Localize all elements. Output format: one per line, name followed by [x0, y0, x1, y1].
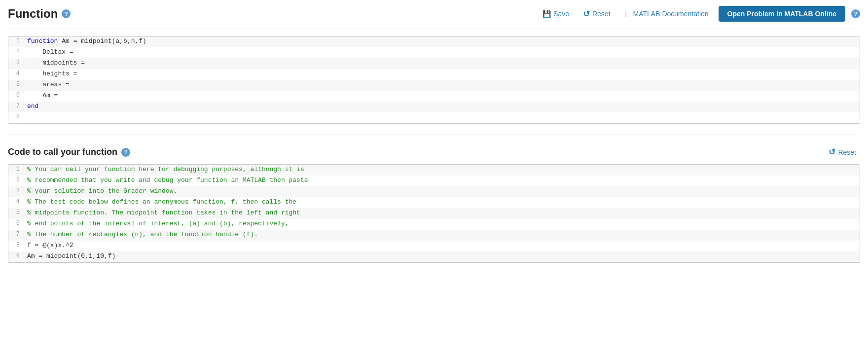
- page-title: Function: [8, 7, 58, 21]
- line-content: % end points of the interval of interest…: [24, 219, 292, 228]
- table-row: 6 Am =: [8, 91, 860, 102]
- section-divider: [8, 135, 860, 135]
- call-code-editor[interactable]: 1% You can call your function here for d…: [8, 164, 860, 263]
- line-number: 4: [8, 69, 24, 78]
- call-section-header: Code to call your function ? ↺ Reset: [8, 145, 860, 159]
- function-code-editor[interactable]: 1function Am = midpoint(a,b,n,f)2 Deltax…: [8, 36, 860, 124]
- table-row: 2 Deltax =: [8, 47, 860, 58]
- call-section-reset-button[interactable]: ↺ Reset: [825, 145, 860, 159]
- table-row: 4 heights =: [8, 69, 860, 80]
- line-number: 9: [8, 251, 24, 260]
- call-reset-label: Reset: [838, 148, 856, 156]
- save-icon: 💾: [542, 10, 551, 18]
- line-content: function Am = midpoint(a,b,n,f): [24, 36, 149, 46]
- line-number: 7: [8, 102, 24, 110]
- table-row: 7end: [8, 102, 860, 112]
- line-number: 5: [8, 208, 24, 217]
- line-number: 7: [8, 230, 24, 239]
- line-number: 6: [8, 219, 24, 228]
- line-number: 2: [8, 47, 24, 56]
- line-content: end: [24, 102, 41, 111]
- line-number: 6: [8, 91, 24, 100]
- function-section: 1function Am = midpoint(a,b,n,f)2 Deltax…: [8, 36, 860, 124]
- docs-label: MATLAB Documentation: [633, 10, 709, 18]
- table-row: 6% end points of the interval of interes…: [8, 219, 860, 230]
- line-content: [24, 112, 30, 114]
- call-section: Code to call your function ? ↺ Reset 1% …: [8, 145, 860, 263]
- table-row: 3% your solution into the Grader window.: [8, 186, 860, 197]
- table-row: 8: [8, 112, 860, 123]
- save-button[interactable]: 💾 Save: [539, 8, 573, 20]
- line-number: 8: [8, 112, 24, 121]
- table-row: 8f = @(x)x.^2: [8, 241, 860, 251]
- line-number: 1: [8, 165, 24, 174]
- table-row: 2% recommended that you write and debug …: [8, 176, 860, 186]
- line-content: % midpoints function. The midpoint funct…: [24, 208, 303, 217]
- table-row: 5% midpoints function. The midpoint func…: [8, 208, 860, 219]
- table-row: 1% You can call your function here for d…: [8, 165, 860, 176]
- reset-button[interactable]: ↺ Reset: [579, 7, 615, 21]
- table-row: 7% the number of rectangles (n), and the…: [8, 230, 860, 241]
- save-label: Save: [553, 10, 569, 18]
- line-content: areas =: [24, 80, 76, 89]
- table-row: 1function Am = midpoint(a,b,n,f): [8, 36, 860, 47]
- open-label: Open Problem in MATLAB Online: [727, 10, 836, 18]
- line-number: 5: [8, 80, 24, 89]
- line-content: % the number of rectangles (n), and the …: [24, 230, 261, 239]
- table-row: 5 areas =: [8, 80, 860, 91]
- line-content: heights =: [24, 69, 84, 78]
- call-reset-icon: ↺: [829, 147, 835, 157]
- reset-icon: ↺: [583, 9, 590, 19]
- docs-icon: ▤: [624, 10, 631, 18]
- line-content: % You can call your function here for de…: [24, 165, 307, 174]
- open-matlab-online-button[interactable]: Open Problem in MATLAB Online: [719, 6, 845, 22]
- call-section-title: Code to call your function: [8, 147, 117, 157]
- line-number: 3: [8, 186, 24, 195]
- reset-label: Reset: [592, 10, 611, 18]
- matlab-docs-button[interactable]: ▤ MATLAB Documentation: [620, 8, 713, 20]
- table-row: 4% The test code below defines an anonym…: [8, 197, 860, 208]
- line-number: 2: [8, 176, 24, 184]
- line-number: 1: [8, 36, 24, 45]
- call-section-title-row: Code to call your function ?: [8, 147, 130, 157]
- line-number: 4: [8, 197, 24, 206]
- line-content: midpoints =: [24, 58, 92, 68]
- line-content: Deltax =: [24, 47, 80, 57]
- header-left: Function ?: [8, 7, 71, 21]
- line-content: % recommended that you write and debug y…: [24, 176, 311, 185]
- header-actions: 💾 Save ↺ Reset ▤ MATLAB Documentation Op…: [539, 6, 860, 22]
- global-help-icon[interactable]: ?: [851, 9, 860, 18]
- line-number: 3: [8, 58, 24, 67]
- line-number: 8: [8, 241, 24, 249]
- line-content: % your solution into the Grader window.: [24, 186, 180, 196]
- table-row: 3 midpoints =: [8, 58, 860, 69]
- line-content: Am = midpoint(0,1,10,f): [24, 251, 118, 261]
- header-help-icon[interactable]: ?: [62, 9, 71, 18]
- table-row: 9Am = midpoint(0,1,10,f): [8, 251, 860, 262]
- page-header: Function ? 💾 Save ↺ Reset ▤ MATLAB Docum…: [8, 6, 860, 29]
- line-content: % The test code below defines an anonymo…: [24, 197, 299, 207]
- line-content: f = @(x)x.^2: [24, 241, 76, 250]
- call-section-help-icon[interactable]: ?: [121, 148, 130, 157]
- line-content: Am =: [24, 91, 65, 100]
